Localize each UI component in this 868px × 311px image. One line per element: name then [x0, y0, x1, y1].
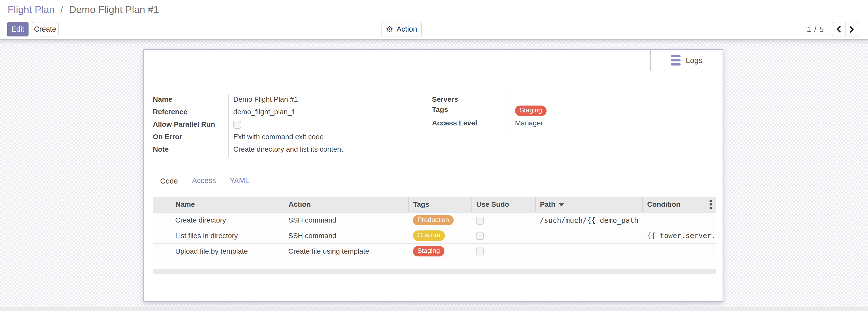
breadcrumb-separator: /: [60, 4, 63, 15]
field-value: Manager: [510, 118, 706, 131]
pager-count: 1 / 5: [807, 25, 824, 34]
field-row-reference: Reference demo_flight_plan_1: [153, 107, 423, 119]
column-header-tags[interactable]: Tags: [408, 197, 472, 213]
cell-action: SSH command: [284, 228, 408, 244]
field-row-name: Name Demo Flight Plan #1: [153, 94, 423, 107]
field-label: Name: [153, 94, 228, 107]
button-box: Logs: [144, 50, 722, 72]
tab-access[interactable]: Access: [185, 172, 223, 189]
form-left-column: Name Demo Flight Plan #1 Reference demo_…: [153, 94, 423, 157]
field-label: Reference: [153, 107, 228, 119]
use-sudo-checkbox: [476, 232, 484, 240]
cell-condition: {{ tower.server.sta: [643, 228, 716, 244]
column-header-action[interactable]: Action: [284, 197, 408, 213]
pager-next-button[interactable]: [845, 23, 858, 36]
cell-handle: [153, 213, 171, 228]
column-options-toggle[interactable]: [706, 197, 716, 213]
cell-path: [535, 228, 643, 244]
action-button[interactable]: ⚙ Action: [381, 22, 422, 36]
cell-use-sudo: [472, 213, 535, 228]
field-value: [228, 119, 423, 132]
edit-button[interactable]: Edit: [7, 22, 29, 36]
column-header-condition[interactable]: Condition: [643, 197, 706, 213]
list-icon: [671, 55, 681, 65]
table-row[interactable]: Upload file by template Create file usin…: [153, 244, 716, 259]
chevron-right-icon: [848, 25, 856, 34]
gear-icon: ⚙: [385, 25, 393, 33]
logs-button[interactable]: Logs: [650, 50, 722, 71]
cell-tags: Custom: [408, 228, 472, 244]
tag-staging: Staging: [515, 106, 547, 116]
notebook-tabs: Code Access YAML: [153, 173, 715, 189]
field-label: On Error: [153, 132, 228, 144]
cell-use-sudo: [472, 244, 535, 259]
cell-handle: [153, 228, 171, 244]
field-row-access-level: Access Level Manager: [432, 118, 706, 131]
chevron-left-icon: [835, 25, 842, 34]
cell-path: [535, 244, 643, 259]
field-row-allow-parallel-run: Allow Parallel Run: [153, 119, 423, 132]
cell-tags: Production: [408, 213, 472, 228]
field-value: Create directory and list its content: [228, 144, 423, 157]
tab-yaml[interactable]: YAML: [223, 172, 256, 189]
pager-nav: [832, 22, 858, 36]
pager: 1 / 5: [807, 22, 858, 36]
breadcrumb: Flight Plan / Demo Flight Plan #1: [8, 4, 159, 15]
field-label: Note: [153, 144, 228, 157]
tag-production: Production: [413, 215, 454, 226]
field-row-servers: Servers: [432, 94, 706, 105]
create-button[interactable]: Create: [32, 22, 59, 36]
cell-action: SSH command: [284, 213, 408, 228]
field-label: Access Level: [432, 118, 510, 131]
allow-parallel-run-checkbox: [233, 121, 241, 129]
cell-handle: [153, 244, 171, 259]
field-value: Staging: [510, 105, 706, 118]
column-header-use-sudo[interactable]: Use Sudo: [472, 197, 535, 213]
cell-action: Create file using template: [284, 244, 408, 259]
page-horizontal-scrollbar[interactable]: [0, 307, 868, 311]
field-row-tags: Tags Staging: [432, 105, 706, 118]
table-row[interactable]: Create directory SSH command Production …: [153, 213, 716, 228]
breadcrumb-current: Demo Flight Plan #1: [69, 4, 159, 15]
table-horizontal-scrollbar[interactable]: [153, 269, 716, 274]
cell-condition: [643, 244, 716, 259]
cell-name: List files in directory: [171, 228, 284, 244]
cell-name: Upload file by template: [171, 244, 284, 259]
field-label: Tags: [432, 105, 510, 118]
tag-custom: Custom: [413, 230, 445, 241]
pager-prev-button[interactable]: [832, 23, 845, 36]
use-sudo-checkbox: [476, 217, 484, 225]
breadcrumb-parent-link[interactable]: Flight Plan: [8, 4, 55, 15]
form-sheet: Logs Name Demo Flight Plan #1 Reference …: [144, 49, 723, 302]
tab-code[interactable]: Code: [153, 173, 185, 189]
kebab-icon: [710, 200, 711, 209]
field-label: Servers: [432, 94, 510, 105]
cell-condition: [643, 213, 716, 228]
column-header-path[interactable]: Path: [535, 197, 643, 213]
form-right-column: Servers Tags Staging Access Level Manage…: [432, 94, 706, 131]
field-row-note: Note Create directory and list its conte…: [153, 144, 423, 157]
cell-tags: Staging: [408, 244, 472, 259]
control-panel: Flight Plan / Demo Flight Plan #1 Edit C…: [0, 0, 868, 40]
cell-name: Create directory: [171, 213, 284, 228]
field-value: Demo Flight Plan #1: [228, 94, 423, 107]
field-value: demo_flight_plan_1: [228, 107, 423, 119]
cell-path: /such/much/{{ demo_path }}: [535, 213, 643, 228]
column-header-name[interactable]: Name: [171, 197, 284, 213]
steps-table: Name Action Tags Use Sudo Path Condition: [153, 197, 716, 259]
caret-down-icon: [559, 203, 564, 206]
field-row-on-error: On Error Exit with command exit code: [153, 132, 423, 144]
table-header-row: Name Action Tags Use Sudo Path Condition: [153, 197, 716, 213]
tag-staging: Staging: [413, 246, 444, 256]
use-sudo-checkbox: [476, 248, 484, 255]
cell-use-sudo: [472, 228, 535, 244]
field-label: Allow Parallel Run: [153, 119, 228, 132]
action-button-label: Action: [397, 25, 417, 33]
logs-button-label: Logs: [686, 56, 702, 65]
table-row[interactable]: List files in directory SSH command Cust…: [153, 228, 716, 244]
content-area: Logs Name Demo Flight Plan #1 Reference …: [0, 40, 868, 311]
page: Flight Plan / Demo Flight Plan #1 Edit C…: [0, 0, 868, 311]
column-header-path-label: Path: [540, 200, 556, 208]
column-header-handle: [153, 197, 171, 213]
field-value: [510, 94, 706, 105]
